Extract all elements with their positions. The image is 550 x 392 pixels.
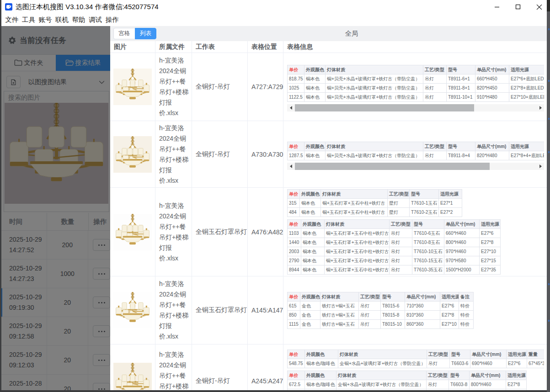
price-cell: E27*1 [439, 199, 462, 208]
result-image[interactable] [110, 276, 155, 344]
result-sheet: 全铜灯-吊灯 [192, 121, 248, 188]
screen-artifact [548, 320, 550, 322]
price-cell: 全铜+水晶+玻璃灯罩+铁灯古（带防尘盖） [336, 380, 427, 389]
price-col-header: 适用光源 [480, 220, 501, 229]
price-cell: 铜本色 [301, 238, 325, 247]
price-cell: 铁灯古+铜+玉石 [320, 301, 359, 310]
price-cell: 660*H450 [475, 74, 509, 84]
price-col-header: 灯体材质 [338, 350, 427, 359]
price-col-header: 工艺/类型 [423, 142, 447, 151]
price-col-header: 外观颜色 [304, 142, 326, 151]
result-image[interactable] [110, 121, 155, 188]
maximize-button[interactable] [507, 0, 529, 14]
price-cell: 金色 [300, 301, 320, 310]
price-col-header: 单品尺寸(mm) [444, 220, 480, 229]
price-cell: 铜+玉石灯罩+玉石中柱+铁灯古 [325, 247, 390, 256]
scroll-left-arrow[interactable] [287, 104, 294, 111]
price-cell: E27*15 [480, 256, 501, 265]
price-cell: 铜本色 [304, 151, 326, 160]
price-cell: 820*H450 [475, 84, 509, 93]
price-cell: 吊灯 [423, 151, 447, 160]
price-cell: 吊灯 [359, 319, 381, 328]
price-cell: 铜+玉石灯罩+玉石中柱+铁灯古 [321, 208, 388, 217]
menu-item-2[interactable]: 工具 [21, 14, 37, 26]
price-row: 1287.5铜本色铜+贝壳+水晶+玻璃灯罩+铁灯古（带防尘盖）吊灯T8911-8… [288, 151, 545, 160]
price-col-header: 型号 [449, 371, 470, 380]
price-cell: E27*35 [480, 265, 501, 275]
price-cell: E27*2 [439, 208, 462, 217]
price-cell: 910*H480 [475, 93, 509, 102]
price-cell: 860*360 [405, 319, 440, 328]
price-col-header: 型号 [447, 142, 475, 151]
price-cell: 970*H460 [444, 247, 480, 256]
price-cell: E27*8 [506, 380, 527, 389]
price-cell: 吊灯 [427, 380, 449, 389]
price-cell: T7610-10玉石 [412, 247, 444, 256]
result-info: 单价外观颜色灯体材质工艺/类型型号单品尺寸(mm)适用光源备注615金色铁灯古+… [283, 276, 547, 344]
price-cell: 铜本色 [304, 93, 326, 102]
price-cell: T7610-2玉石 [410, 208, 439, 217]
price-col-header: 灯体材质 [336, 371, 427, 380]
table-horizontal-scrollbar[interactable] [287, 163, 544, 170]
price-cell: T8911-8+4 [447, 151, 475, 160]
price-table-viewport: 单价外观颜色灯体材质工艺/类型型号单品尺寸(mm)适用光源672.5铜本色/咖啡… [287, 371, 544, 392]
scrollbar-thumb[interactable] [295, 163, 490, 170]
menu-item-7[interactable]: 操作 [104, 14, 120, 26]
price-row: 1115金色铁灯古+铜+玉石吊灯T8015-10860*360E27*10特价 [288, 319, 474, 328]
menu-item-5[interactable]: 帮助 [70, 14, 87, 26]
price-row: 1440铜本色铜+玉石灯罩+玉石中柱+铁灯古吊灯T7610-8玉石800*H46… [288, 238, 501, 247]
price-cell: 铜本色 [301, 265, 325, 275]
price-table: 单价外观颜色灯体材质工艺/类型型号单品尺寸(mm)适用光源1287.5铜本色铜+… [287, 142, 544, 160]
price-cell: T8911-8+1 [447, 84, 475, 93]
scroll-right-arrow[interactable] [537, 163, 544, 170]
price-cell: 672.5 [288, 380, 305, 389]
price-cell: 2003 [288, 247, 301, 256]
price-cell: 800*H460 [444, 238, 480, 247]
price-cell: 850 [288, 310, 300, 319]
price-cell: 特价 [459, 301, 474, 310]
minimize-button[interactable] [486, 0, 507, 14]
col-sheet: 工作表 [192, 41, 248, 53]
price-table-viewport: 单价外观颜色灯体材质工艺/类型型号单品尺寸(mm)适用光源1103铜本色铜+玉石… [287, 219, 544, 275]
result-range: A476:A482 [248, 188, 283, 276]
tab-list-view[interactable]: 列表 [135, 28, 156, 39]
price-cell: 吊灯 [359, 310, 381, 319]
price-cell: T7610-8玉石 [412, 238, 444, 247]
price-cell: 810*360 [405, 310, 440, 319]
price-cell: 1115 [288, 319, 300, 328]
app-icon [5, 3, 12, 11]
result-image[interactable] [110, 53, 155, 121]
menu-item-1[interactable]: 文件 [4, 14, 20, 26]
result-range: A145:A147 [248, 276, 283, 344]
tab-grid-view[interactable]: 宫格 [113, 28, 135, 39]
scrollbar-thumb[interactable] [295, 104, 474, 111]
table-horizontal-scrollbar[interactable] [287, 104, 544, 111]
price-col-header: 适用光源 [509, 142, 545, 151]
price-table-viewport: 单价外观颜色灯体材质工艺/类型型号单品尺寸(mm)适用光源818.75铜本色铜+… [287, 65, 544, 102]
result-row-1: h-宜美洛2024全铜吊灯++餐吊灯+楼梯灯报价.xlsx全铜灯-吊灯A727:… [110, 53, 547, 121]
scroll-right-arrow[interactable] [537, 104, 544, 111]
price-col-header: 灯体材质 [326, 142, 423, 151]
price-row: 818.75铜本色铜+贝壳+水晶+玻璃灯罩+铁灯古（带防尘盖）吊灯T8911-6… [288, 74, 545, 84]
result-image[interactable] [110, 188, 155, 276]
result-file: h-宜美洛2024全铜吊灯++餐吊灯+楼梯灯报价.xlsx [155, 53, 192, 121]
price-cell: 970*H580 [444, 256, 480, 265]
price-cell: 铜+贝壳+水晶+玻璃灯罩+铁灯古（带防尘盖） [326, 93, 423, 102]
menu-item-3[interactable]: 账号 [37, 14, 53, 26]
price-cell: 铜本色 [300, 208, 321, 217]
menu-bar: 文件工具账号联机帮助调试操作 [1, 14, 547, 26]
price-col-header: 型号 [410, 190, 439, 199]
menu-item-4[interactable]: 联机 [54, 14, 70, 26]
menu-item-6[interactable]: 调试 [87, 14, 104, 26]
price-col-header: 灯体材质 [320, 292, 359, 301]
price-cell: 吊灯 [423, 74, 447, 84]
result-image[interactable] [110, 344, 155, 392]
scroll-left-arrow[interactable] [287, 163, 294, 170]
price-cell: T8911-6+1 [447, 74, 475, 84]
price-col-header: 灯体材质 [326, 65, 423, 74]
price-col-header: 外观颜色 [305, 350, 338, 359]
price-table-viewport: 单价外观颜色灯体材质工艺/类型型号单品尺寸(mm)适用光源1287.5铜本色铜+… [287, 142, 544, 160]
price-cell: E27*8+底部LED [509, 84, 545, 93]
price-cell: 铜+贝壳+水晶+玻璃灯罩+铁灯古（带防尘盖） [326, 74, 423, 84]
maximize-icon [515, 4, 521, 10]
